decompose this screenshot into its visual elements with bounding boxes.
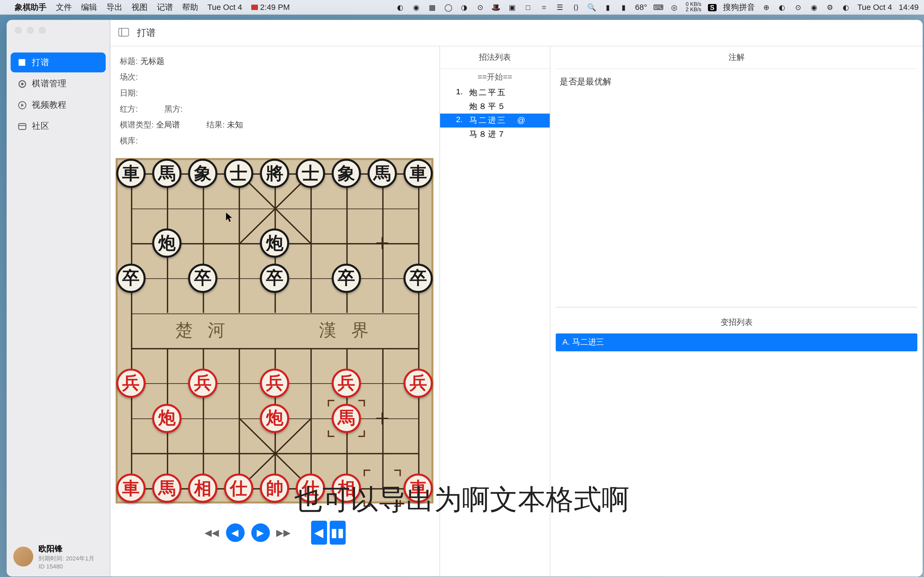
comment-text[interactable]: 是否是最优解 <box>556 69 918 308</box>
piece[interactable]: 馬 <box>332 404 361 433</box>
sidebar-toggle-icon[interactable] <box>118 27 129 39</box>
piece[interactable]: 卒 <box>188 264 217 293</box>
piece[interactable]: 車 <box>116 474 145 503</box>
piece[interactable]: 兵 <box>116 369 145 398</box>
status-icon-10[interactable]: ▮ <box>619 3 628 12</box>
menu-view[interactable]: 视图 <box>132 2 148 13</box>
xiangqi-board[interactable]: 楚 河 漢 界 車馬象士將士象馬車炮炮卒卒卒卒卒兵兵兵兵兵炮炮馬車馬相仕帥仕相車 <box>116 158 433 504</box>
close-button[interactable] <box>15 26 22 34</box>
moves-header: 招法列表 <box>440 47 550 69</box>
menubar-time-right[interactable]: 14:49 <box>898 3 919 12</box>
sidebar-item-community[interactable]: 社区 <box>11 116 106 136</box>
piece[interactable]: 卒 <box>116 264 145 293</box>
piece[interactable]: 象 <box>188 159 217 188</box>
rewind-button[interactable]: ◀◀ <box>205 527 219 538</box>
status-icon-1[interactable]: ◐ <box>396 3 405 12</box>
keyboard-icon[interactable]: ⌨ <box>654 3 663 12</box>
move-start[interactable]: ==开始== <box>440 69 550 86</box>
piece[interactable]: 相 <box>188 474 217 503</box>
piece[interactable]: 車 <box>116 159 145 188</box>
status-icon-6[interactable]: ⊙ <box>476 3 485 12</box>
piece[interactable]: 馬 <box>368 159 397 188</box>
status-icon-15[interactable]: ◐ <box>842 3 851 12</box>
menubar-date-right[interactable]: Tue Oct 4 <box>858 3 892 12</box>
code-icon[interactable]: ⟨⟩ <box>571 3 581 12</box>
piece[interactable]: 兵 <box>404 369 433 398</box>
status-icon-9[interactable]: ▮ <box>603 3 612 12</box>
sidebar-item-label: 社区 <box>32 120 49 132</box>
piece[interactable]: 車 <box>404 159 433 188</box>
piece[interactable]: 兵 <box>188 369 217 398</box>
ime-name[interactable]: 搜狗拼音 <box>723 2 755 13</box>
comment-header: 注解 <box>556 47 918 69</box>
status-icon-13[interactable]: ◐ <box>777 3 787 12</box>
menu-edit[interactable]: 编辑 <box>81 2 97 13</box>
piece[interactable]: 帥 <box>260 474 289 503</box>
move-row[interactable]: 炮８平５ <box>440 100 550 114</box>
piece[interactable]: 士 <box>224 159 253 188</box>
svg-point-2 <box>21 82 23 85</box>
minimize-button[interactable] <box>26 26 34 34</box>
piece[interactable]: 卒 <box>332 264 361 293</box>
game-info: 标题: 无标题 场次: 日期: 红方: 黑方: 棋谱类型: 全局谱 结果: 未知… <box>110 47 439 155</box>
piece[interactable]: 炮 <box>152 404 181 433</box>
variation-header: 变招列表 <box>556 311 918 334</box>
piece[interactable]: 士 <box>296 159 325 188</box>
piece[interactable]: 兵 <box>332 369 361 398</box>
cursor-icon <box>226 213 234 222</box>
status-icon-11[interactable]: ◎ <box>670 3 679 12</box>
status-icon-5[interactable]: ◑ <box>460 3 469 12</box>
big-prev-button[interactable]: ◀ <box>311 521 327 545</box>
piece[interactable]: 象 <box>332 159 361 188</box>
menu-export[interactable]: 导出 <box>107 2 123 13</box>
next-button[interactable]: ▶ <box>251 523 270 542</box>
status-icon-14[interactable]: ◉ <box>809 3 819 12</box>
bluetooth-icon[interactable]: ⌗ <box>539 3 549 12</box>
menu-help[interactable]: 帮助 <box>182 2 198 13</box>
temp[interactable]: 68° <box>635 3 647 12</box>
hat-icon[interactable]: 🎩 <box>491 3 501 12</box>
status-icon-2[interactable]: ◉ <box>412 3 421 12</box>
toolbar: 打谱 <box>110 20 922 47</box>
status-icon-12[interactable]: ⊕ <box>762 3 771 12</box>
wifi-icon[interactable]: ⊙ <box>793 3 803 12</box>
menu-file[interactable]: 文件 <box>56 2 72 13</box>
sidebar-item-dapu[interactable]: 打谱 <box>11 52 106 73</box>
big-pause-button[interactable]: ▮▮ <box>330 521 346 545</box>
user-profile[interactable]: 欧阳锋 到期时间: 2024年1月 ID 15480 <box>7 537 110 577</box>
status-icon-4[interactable]: ◯ <box>444 3 453 12</box>
variation-item[interactable]: A. 马二进三 <box>556 334 918 351</box>
piece[interactable]: 將 <box>260 159 289 188</box>
piece[interactable]: 炮 <box>260 229 289 258</box>
move-row[interactable]: 2. 马二进三@ <box>440 114 550 127</box>
fullscreen-button[interactable] <box>39 26 46 34</box>
control-center-icon[interactable]: ⚙ <box>825 3 835 12</box>
piece[interactable]: 卒 <box>260 264 289 293</box>
sidebar-item-manage[interactable]: 棋谱管理 <box>11 74 106 94</box>
piece[interactable]: 炮 <box>152 229 181 258</box>
status-icon-7[interactable]: ▣ <box>507 3 517 12</box>
piece[interactable]: 馬 <box>152 159 181 188</box>
piece[interactable]: 兵 <box>260 369 289 398</box>
piece[interactable]: 炮 <box>260 404 289 433</box>
status-icon-8[interactable]: □ <box>523 3 533 12</box>
search-icon[interactable]: 🔍 <box>587 3 596 12</box>
sidebar-item-video[interactable]: 视频教程 <box>11 95 106 115</box>
user-name: 欧阳锋 <box>39 543 94 554</box>
piece[interactable]: 馬 <box>152 474 181 503</box>
network-stats: 0 KB/s 2 KB/s <box>686 2 701 13</box>
ime-badge[interactable]: S <box>708 4 717 11</box>
forward-button[interactable]: ▶▶ <box>276 527 291 538</box>
status-icon-3[interactable]: ▦ <box>428 3 437 12</box>
app-name[interactable]: 象棋助手 <box>15 2 47 13</box>
menu-record[interactable]: 记谱 <box>157 2 173 13</box>
sidebar-item-label: 棋谱管理 <box>32 78 66 90</box>
piece[interactable]: 仕 <box>224 474 253 503</box>
user-meta-1: 到期时间: 2024年1月 <box>39 554 94 563</box>
piece[interactable]: 卒 <box>404 264 433 293</box>
user-meta-2: ID 15480 <box>39 563 94 570</box>
server-icon[interactable]: ☰ <box>555 3 565 12</box>
move-row[interactable]: 马８进７ <box>440 127 550 141</box>
prev-button[interactable]: ◀ <box>226 523 244 542</box>
move-row[interactable]: 1. 炮二平五 <box>440 86 550 100</box>
